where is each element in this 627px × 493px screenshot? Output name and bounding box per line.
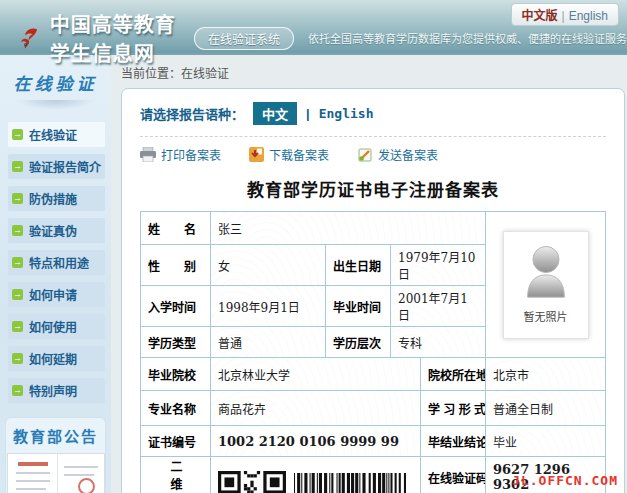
site-logo-bird-icon xyxy=(20,18,40,58)
site-header: 中国高等教育学生信息网 在线验证系统 依托全国高等教育学历数据库为您提供权威、便… xyxy=(0,0,627,55)
sidebar-item-label: 特别声明 xyxy=(29,382,77,399)
name-label: 姓 名 xyxy=(141,212,211,245)
report-language-chinese-tab[interactable]: 中文 xyxy=(253,102,297,125)
sidebar-item-label: 防伪措施 xyxy=(29,190,77,207)
sidebar-item-label: 验证报告简介 xyxy=(29,158,101,175)
download-record-button[interactable]: 下载备案表 xyxy=(249,146,329,163)
major-label: 专业名称 xyxy=(141,391,211,426)
send-record-button[interactable]: 发送备案表 xyxy=(357,146,438,163)
edu-type-label: 学历类型 xyxy=(141,327,211,358)
green-arrow-icon: → xyxy=(12,289,23,300)
lang-chinese-link[interactable]: 中文版 xyxy=(522,9,558,23)
edu-level-label: 学历层次 xyxy=(326,327,391,358)
green-arrow-icon: → xyxy=(12,161,23,172)
sidebar-item-label: 在线验证 xyxy=(29,126,77,143)
sidebar-item-verify-authenticity[interactable]: → 验证真伪 xyxy=(8,218,105,243)
school-label: 毕业院校 xyxy=(141,358,211,391)
sidebar-item-label: 如何延期 xyxy=(29,350,77,367)
system-badge: 在线验证系统 xyxy=(194,27,294,50)
green-arrow-icon: → xyxy=(12,321,23,332)
sidebar-item-label: 如何使用 xyxy=(29,318,77,335)
cert-no-value: 1002 2120 0106 9999 99 xyxy=(211,426,421,457)
qr-code xyxy=(218,471,286,493)
lang-separator: | xyxy=(562,9,565,23)
verification-panel: 请选择报告语种： 中文 | English 打印备案表 xyxy=(121,88,625,493)
sidebar-item-label: 如何申请 xyxy=(29,286,77,303)
conclusion-label: 毕结业结论 xyxy=(421,426,486,457)
green-arrow-icon: → xyxy=(12,353,23,364)
sidebar-item-online-verification[interactable]: → 在线验证 xyxy=(8,122,105,147)
print-record-button[interactable]: 打印备案表 xyxy=(140,146,221,163)
enroll-label: 入学时间 xyxy=(141,286,211,327)
study-form-label: 学 习 形 式 xyxy=(421,391,486,426)
breadcrumb: 当前位置：在线验证 xyxy=(121,64,627,81)
graduation-label: 毕业时间 xyxy=(326,286,391,327)
enroll-value: 1998年9月1日 xyxy=(211,286,326,327)
report-language-separator: | xyxy=(306,106,310,121)
action-label: 发送备案表 xyxy=(378,146,438,163)
green-arrow-icon: → xyxy=(12,385,23,396)
site-tagline: 依托全国高等教育学历数据库为您提供权威、便捷的在线验证服务 xyxy=(308,30,627,46)
location-label: 院校所在地 xyxy=(421,358,486,391)
site-watermark: JL.OFFCN.COM xyxy=(512,473,618,488)
qr-barcode-cell xyxy=(211,457,421,493)
sidebar-item-special-statement[interactable]: → 特别声明 xyxy=(8,378,105,403)
doc-text-line xyxy=(16,472,50,474)
sidebar-item-label: 特点和用途 xyxy=(29,254,89,271)
printer-icon xyxy=(140,147,156,162)
conclusion-value: 毕业 xyxy=(486,426,606,457)
sidebar-title-shadow xyxy=(16,100,95,110)
red-seal-icon xyxy=(78,478,95,493)
doc-red-heading xyxy=(18,462,48,466)
doc-divider xyxy=(57,454,58,493)
announcement-title: 教育部公告 xyxy=(6,418,105,451)
green-arrow-icon: → xyxy=(12,225,23,236)
green-arrow-icon: → xyxy=(12,193,23,204)
announcement-document-thumbnail[interactable] xyxy=(7,453,105,493)
sidebar-item-features-uses[interactable]: → 特点和用途 xyxy=(8,250,105,275)
sidebar-item-how-to-extend[interactable]: → 如何延期 xyxy=(8,346,105,371)
action-label: 下载备案表 xyxy=(269,146,329,163)
ministry-announcement-panel: 教育部公告 xyxy=(5,417,106,493)
barcode xyxy=(294,473,406,493)
sidebar-item-anticounterfeit[interactable]: → 防伪措施 xyxy=(8,186,105,211)
doc-text-line xyxy=(16,480,50,482)
sidebar-item-how-to-apply[interactable]: → 如何申请 xyxy=(8,282,105,307)
download-icon xyxy=(249,147,264,162)
photo-placeholder-box: 暂无照片 xyxy=(503,231,589,339)
language-switch: 中文版|English xyxy=(511,3,620,26)
dashed-divider xyxy=(140,136,606,137)
name-value: 张三 xyxy=(211,212,486,245)
birth-value: 1979年7月10日 xyxy=(391,245,486,286)
certificate-form-title: 教育部学历证书电子注册备案表 xyxy=(140,176,606,201)
doc-text-line xyxy=(64,466,98,468)
person-silhouette-icon xyxy=(520,245,572,301)
report-language-english-tab[interactable]: English xyxy=(319,106,374,121)
action-label: 打印备案表 xyxy=(161,146,221,163)
green-arrow-icon: → xyxy=(12,257,23,268)
certificate-table: 姓 名 张三 xyxy=(140,211,606,493)
sidebar-item-label: 验证真伪 xyxy=(29,222,77,239)
edu-level-value: 专科 xyxy=(391,327,486,358)
qr-code-label: 二维验证码 xyxy=(167,460,184,493)
sidebar: 在线验证 → 在线验证 → 验证报告简介 → 防伪措施 → 验证真伪 → 特点和… xyxy=(0,55,111,493)
doc-text-line xyxy=(64,474,94,476)
gender-value: 女 xyxy=(211,245,326,286)
sidebar-item-how-to-use[interactable]: → 如何使用 xyxy=(8,314,105,339)
study-form-value: 普通全日制 xyxy=(486,391,606,426)
school-value: 北京林业大学 xyxy=(211,358,421,391)
online-code-label: 在线验证码 xyxy=(421,457,486,493)
gender-label: 性 别 xyxy=(141,245,211,286)
location-value: 北京市 xyxy=(486,358,606,391)
cert-no-label: 证书编号 xyxy=(141,426,211,457)
doc-text-line xyxy=(16,488,46,490)
report-language-label: 请选择报告语种： xyxy=(140,104,244,123)
sidebar-item-report-intro[interactable]: → 验证报告简介 xyxy=(8,154,105,179)
edu-type-value: 普通 xyxy=(211,327,326,358)
lang-english-link[interactable]: English xyxy=(569,9,608,23)
green-arrow-icon: → xyxy=(12,129,23,140)
photo-placeholder-text: 暂无照片 xyxy=(524,308,568,324)
send-icon xyxy=(357,147,373,162)
major-value: 商品花卉 xyxy=(211,391,421,426)
birth-label: 出生日期 xyxy=(326,245,391,286)
